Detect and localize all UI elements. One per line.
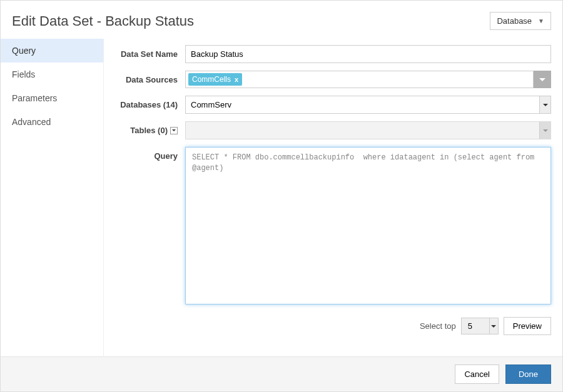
caret-down-icon: ▼ (538, 18, 544, 24)
sidebar-item-label: Fields (12, 69, 35, 79)
data-sources-label: Data Sources (110, 71, 185, 84)
tables-label: Tables (0) (110, 121, 185, 135)
sidebar-item-fields[interactable]: Fields (1, 63, 103, 86)
data-source-tag[interactable]: CommCells x (188, 73, 242, 86)
sidebar-item-label: Query (12, 46, 36, 56)
form-area: Data Set Name Data Sources CommCells x (104, 39, 562, 356)
preview-button[interactable]: Preview (504, 317, 551, 335)
modal-footer: Cancel Done (1, 356, 562, 391)
query-textarea[interactable] (185, 147, 551, 304)
preview-controls: Select top 5 Preview (110, 312, 551, 338)
tag-label: CommCells (192, 75, 231, 84)
modal-header: Edit Data Set - Backup Status Database ▼ (1, 1, 562, 39)
sidebar-item-label: Parameters (12, 93, 57, 103)
dataset-type-dropdown[interactable]: Database ▼ (490, 12, 551, 30)
done-button[interactable]: Done (505, 364, 551, 384)
dataset-name-input[interactable] (185, 45, 551, 63)
data-sources-dropdown-button[interactable] (534, 71, 551, 88)
modal-title: Edit Data Set - Backup Status (12, 13, 194, 29)
select-top-dropdown[interactable]: 5 (461, 318, 499, 334)
select-top-label: Select top (420, 321, 456, 331)
sidebar-item-parameters[interactable]: Parameters (1, 86, 103, 110)
edit-dataset-modal: Edit Data Set - Backup Status Database ▼… (0, 0, 563, 392)
dataset-type-label: Database (497, 16, 532, 26)
tables-label-dropdown-icon[interactable] (170, 127, 178, 134)
sidebar: Query Fields Parameters Advanced (1, 39, 104, 356)
sidebar-item-label: Advanced (12, 117, 51, 127)
dataset-name-label: Data Set Name (110, 45, 185, 59)
sidebar-item-query[interactable]: Query (1, 39, 103, 63)
data-sources-field[interactable]: CommCells x (185, 71, 534, 88)
tables-select (185, 121, 551, 139)
tag-remove-icon[interactable]: x (235, 76, 238, 83)
query-label: Query (110, 147, 185, 161)
sidebar-item-advanced[interactable]: Advanced (1, 110, 103, 134)
databases-select[interactable]: CommServ (185, 96, 551, 114)
caret-down-icon (539, 78, 545, 81)
databases-label: Databases (14) (110, 96, 185, 109)
cancel-button[interactable]: Cancel (455, 364, 499, 384)
modal-body: Query Fields Parameters Advanced Data Se… (1, 39, 562, 356)
